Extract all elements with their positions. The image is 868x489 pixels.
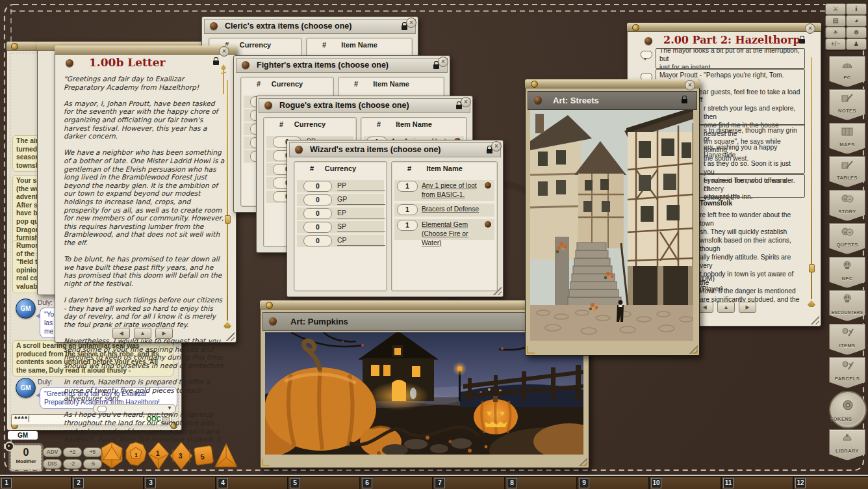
close-icon[interactable]: × [406,18,416,28]
gear-icon[interactable]: ☸ [846,27,867,38]
window-knob-icon[interactable] [645,37,652,45]
window-topbar[interactable] [627,23,821,32]
party-info-icon[interactable]: ℹ [846,3,867,15]
currency-qty-field[interactable]: 0 [303,222,332,233]
scrollbar[interactable] [811,57,812,299]
hotbar-slot[interactable]: 8 [505,477,578,489]
window-titlebar[interactable]: Rogue's extra items (choose one) [259,98,470,113]
window-knob-icon[interactable] [264,101,272,109]
currency-list: #Currency 0PP 0GP 0EP 0SP 0CP [294,161,387,291]
crossed-swords-icon[interactable]: ⚔ [825,3,846,15]
close-icon[interactable]: × [438,57,448,67]
scrollbar-thumb[interactable] [225,215,231,224]
d20-die [101,442,122,468]
nav-up-button[interactable]: ▲ [134,328,151,339]
identity-tab[interactable]: GM [8,431,38,440]
window-titlebar[interactable]: Art: Streets [528,91,697,110]
window-knob-icon[interactable] [210,22,218,30]
window-knob-icon[interactable] [242,61,249,69]
sidebar-item-encounters[interactable]: ENCOUNTERS [829,290,865,321]
lock-icon[interactable] [799,39,805,44]
item-list: #Item Name 1 Any 1 piece of loot from BA… [391,161,498,291]
lock-icon[interactable] [487,149,492,153]
sidebar-item-quests[interactable]: QUESTS [829,223,865,254]
gm-avatar[interactable]: GM [16,378,36,398]
currency-qty-field[interactable]: 0 [303,235,332,246]
currency-qty-field[interactable]: 0 [303,181,332,192]
sidebar-item-npc[interactable]: NPC [829,257,865,288]
hotbar-slot[interactable]: 1 [0,477,72,489]
lock-icon[interactable] [682,99,687,103]
sidebar-item-maps[interactable]: MAPS [829,123,865,154]
lock-icon[interactable] [213,60,219,65]
resize-grip[interactable] [810,315,819,324]
plus2-button[interactable]: +2 [63,447,82,457]
currency-qty-field[interactable]: 0 [303,194,332,205]
scrollbar-thumb[interactable] [809,264,815,272]
sidebar-item-tokens[interactable]: TOKENS [829,391,867,429]
sidebar-item-parcels[interactable]: PARCELS [829,357,865,388]
sidebar-item-pc[interactable]: PC [829,56,865,87]
book-icon[interactable]: ▤ [825,15,846,27]
nav-prev-button[interactable]: ◀ [112,328,130,339]
character-icon[interactable]: ♟ [846,38,867,50]
window-titlebar[interactable]: Fighter's extra items (choose one) [236,58,448,73]
nav-next-button[interactable]: ▶ [155,328,173,339]
streets-artwork[interactable] [530,110,693,341]
window-knob-icon[interactable] [295,146,303,153]
gm-avatar[interactable]: GM [16,298,36,319]
close-icon[interactable]: × [491,141,502,152]
chat-input-value: **** [14,415,28,423]
item-record-icon[interactable] [485,182,491,189]
window-knob-icon[interactable] [269,317,277,325]
sidebar-item-notes[interactable]: NOTES [829,89,865,120]
resize-grip[interactable] [225,331,235,341]
window-topbar[interactable] [525,79,700,88]
scrollbar[interactable] [227,80,228,321]
close-icon[interactable]: × [805,23,815,34]
hotbar-slot[interactable]: 3 [144,477,216,489]
hotbar-slot[interactable]: 12 [794,477,868,489]
window-knob-icon[interactable] [66,59,73,67]
hotbar-slot[interactable]: 10 [650,477,722,489]
lock-icon[interactable] [456,105,462,109]
item-link[interactable]: Any 1 piece of loot from BASIC-1. [422,181,488,200]
day-night-icon[interactable]: ☀ [825,27,846,38]
sidebar-item-tables[interactable]: TABLES [829,156,865,187]
hotbar-slot[interactable]: 5 [288,477,361,489]
hotbar-slot[interactable]: 6 [361,477,433,489]
close-icon[interactable]: × [219,46,229,57]
plus-minus-icon[interactable]: +/− [825,38,846,50]
adv-button[interactable]: ADV [43,447,62,457]
item-record-icon[interactable] [485,221,491,228]
minus2-button[interactable]: -2 [63,459,82,469]
lock-icon[interactable] [402,25,407,30]
lock-icon[interactable] [433,64,439,69]
hotbar-slot[interactable]: 7 [433,477,505,489]
window-knob-icon[interactable] [534,96,542,104]
dis-button[interactable]: DIS [43,459,62,469]
hotbar-slot[interactable]: 11 [722,477,794,489]
hotbar-slot[interactable]: 9 [578,477,650,489]
hotbar-slot[interactable]: 4 [216,477,288,489]
palette-icon[interactable]: ◕ [846,15,867,27]
close-icon[interactable]: × [461,97,471,107]
currency-qty-field[interactable]: 0 [303,208,332,219]
nav-next-button[interactable]: ▶ [739,302,756,313]
modifier-reset-icon[interactable] [5,442,14,451]
window-topbar[interactable] [55,46,236,55]
close-icon[interactable]: × [685,80,695,90]
item-qty-field[interactable]: 1 [397,220,418,231]
item-link[interactable]: Bracers of Defense [422,205,488,214]
item-qty-field[interactable]: 1 [397,204,418,215]
item-qty-field[interactable]: 1 [397,181,418,192]
nav-up-button[interactable]: ▲ [717,302,735,313]
window-titlebar[interactable]: Wizard's extra items (choose one) [289,142,501,157]
sidebar-item-story[interactable]: STORY [829,190,865,221]
modifier-box[interactable]: 0 Modifier [10,445,42,470]
sidebar-item-library[interactable]: LIBRARY [829,429,865,460]
item-link[interactable]: Elemental Gem (Choose Fire or Water) [422,220,488,248]
window-titlebar[interactable]: Cleric's extra items (choose one) [204,19,416,34]
hotbar-slot[interactable]: 2 [72,477,144,489]
sidebar-item-items[interactable]: ITEMS [829,324,865,355]
